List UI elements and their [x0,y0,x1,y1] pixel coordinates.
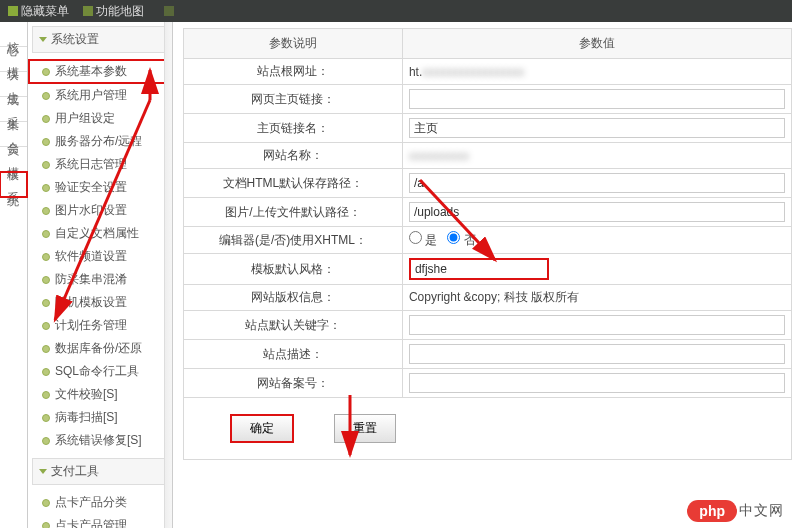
vtab-member[interactable]: 会员 [0,122,27,147]
sidebar-item-card-mgr[interactable]: 点卡产品管理 [28,514,172,528]
row-label: 站点根网址： [184,59,403,85]
vertical-tabs: 核心 模块 生成 采集 会员 模板 系统 [0,22,28,528]
sidebar-item-card-cat[interactable]: 点卡产品分类 [28,491,172,514]
field-homepage-link[interactable] [409,89,785,109]
row-label: 模板默认风格： [184,254,403,285]
scrollbar[interactable] [164,22,172,528]
field-html-path[interactable] [409,173,785,193]
reset-button[interactable]: 重置 [334,414,396,443]
sidebar-item-basic-params[interactable]: 系统基本参数 [28,59,172,84]
sidebar-item-anticrawl[interactable]: 防采集串混淆 [28,268,172,291]
field-description[interactable] [409,344,785,364]
row-label: 网站备案号： [184,369,403,398]
vtab-generate[interactable]: 生成 [0,72,27,97]
field-template-style[interactable] [409,258,549,280]
hide-menu-button[interactable]: 隐藏菜单 [8,3,69,20]
refresh-icon[interactable] [164,6,174,16]
sidebar-item-random-tpl[interactable]: 随机模板设置 [28,291,172,314]
sidebar-item-db-backup[interactable]: 数据库备份/还原 [28,337,172,360]
field-keywords[interactable] [409,315,785,335]
sidebar-item-groups[interactable]: 用户组设定 [28,107,172,130]
row-label: 文档HTML默认保存路径： [184,169,403,198]
sidebar-item-filecheck[interactable]: 文件校验[S] [28,383,172,406]
sidebar-item-virus[interactable]: 病毒扫描[S] [28,406,172,429]
field-site-name[interactable]: xxxxxxxxxx [409,149,469,163]
sidebar-item-software[interactable]: 软件频道设置 [28,245,172,268]
sidebar-item-sysfix[interactable]: 系统错误修复[S] [28,429,172,452]
php-badge: php [687,500,737,522]
row-label: 网站版权信息： [184,285,403,311]
radio-yes[interactable]: 是 [409,231,437,249]
field-upload-path[interactable] [409,202,785,222]
col-val: 参数值 [402,29,791,59]
vtab-core[interactable]: 核心 [0,22,27,47]
sidebar-item-cron[interactable]: 计划任务管理 [28,314,172,337]
vtab-template[interactable]: 模板 [0,147,27,172]
params-table: 参数说明 参数值 站点根网址： ht.xxxxxxxxxxxxxxxxx 网页主… [183,28,792,460]
vtab-module[interactable]: 模块 [0,47,27,72]
sidebar-group-system[interactable]: 系统设置 [32,26,168,53]
ok-button[interactable]: 确定 [230,414,294,443]
sidebar-group-label: 支付工具 [51,463,99,480]
php-cn-text: 中文网 [739,502,784,520]
field-site-url[interactable]: ht.xxxxxxxxxxxxxxxxx [409,65,524,79]
row-label: 网页主页链接： [184,85,403,114]
sidebar-group-payment[interactable]: 支付工具 [32,458,168,485]
radio-no[interactable]: 否 [447,231,475,249]
sitemap-label: 功能地图 [96,3,144,20]
field-copyright[interactable]: Copyright &copy; 科技 版权所有 [409,290,579,304]
grid-icon [83,6,93,16]
php-cn-logo: php 中文网 [687,500,784,522]
row-label: 主页链接名： [184,114,403,143]
sitemap-button[interactable]: 功能地图 [83,3,144,20]
vtab-collect[interactable]: 采集 [0,97,27,122]
sidebar-item-security[interactable]: 验证安全设置 [28,176,172,199]
hide-menu-label: 隐藏菜单 [21,3,69,20]
sidebar-item-watermark[interactable]: 图片水印设置 [28,199,172,222]
field-icp[interactable] [409,373,785,393]
sidebar-item-custom-attr[interactable]: 自定义文档属性 [28,222,172,245]
sidebar-item-sql[interactable]: SQL命令行工具 [28,360,172,383]
sidebar-group-label: 系统设置 [51,31,99,48]
row-label: 网站名称： [184,143,403,169]
field-homepage-name[interactable] [409,118,785,138]
row-label: 站点描述： [184,340,403,369]
menu-icon [8,6,18,16]
row-label: 图片/上传文件默认路径： [184,198,403,227]
sidebar-item-syslog[interactable]: 系统日志管理 [28,153,172,176]
main-panel: 参数说明 参数值 站点根网址： ht.xxxxxxxxxxxxxxxxx 网页主… [173,22,792,528]
vtab-system[interactable]: 系统 [0,172,27,197]
row-label: 编辑器(是/否)使用XHTML： [184,227,403,254]
sidebar-item-users[interactable]: 系统用户管理 [28,84,172,107]
row-label: 站点默认关键字： [184,311,403,340]
sidebar: 系统设置 系统基本参数 系统用户管理 用户组设定 服务器分布/远程 系统日志管理… [28,22,173,528]
col-desc: 参数说明 [184,29,403,59]
sidebar-item-server-dist[interactable]: 服务器分布/远程 [28,130,172,153]
